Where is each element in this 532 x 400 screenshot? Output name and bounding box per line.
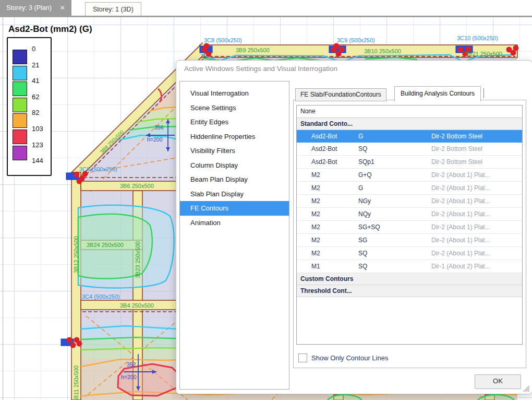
legend-swatch: [13, 81, 27, 96]
section-standard-contours[interactable]: Standard Conto...: [297, 118, 522, 130]
legend-label: 123: [32, 141, 43, 149]
row-name: Asd2-Bot: [297, 143, 358, 155]
settings-category-list: Visual Interrogation Scene Settings Enti…: [179, 81, 289, 390]
row-case: SQ: [358, 247, 431, 260]
row-description: Dir-2 Bottom Steel: [431, 156, 522, 168]
row-case: G: [358, 130, 431, 143]
row-name: M2: [297, 169, 358, 181]
table-row[interactable]: M2 SQ Dir-2 (About 1) Plat...: [297, 247, 522, 260]
tab-storey-3-plan[interactable]: Storey: 3 (Plan) ✕: [0, 0, 71, 16]
show-only-contour-lines-checkbox[interactable]: [298, 354, 307, 362]
legend-label: 144: [32, 157, 43, 164]
row-case: SQ: [358, 260, 431, 273]
ok-button[interactable]: OK: [475, 374, 521, 389]
row-description: Dir-2 (About 1) Plat...: [431, 208, 522, 220]
row-description: Dir-2 (About 1) Plat...: [431, 247, 522, 260]
tab-fe-slab-foundation-contours[interactable]: FE Slab/FoundationContours: [295, 88, 386, 101]
active-windows-settings-dialog: Active Windows Settings and Visual Inter…: [176, 60, 532, 394]
legend-label: 62: [32, 93, 39, 101]
setting-hiddenline-properties[interactable]: Hiddenline Properties: [180, 130, 289, 144]
table-row[interactable]: M2 NGy Dir-2 (About 1) Plat...: [297, 195, 522, 208]
section-threshold-contours[interactable]: Threshold Cont...: [297, 285, 522, 297]
show-only-contour-lines-label: Show Only Contour Lines: [311, 354, 388, 362]
legend-label: 0: [32, 45, 35, 53]
canvas-left-border: [3, 17, 3, 400]
tab-divider: [483, 88, 484, 98]
close-tab-icon[interactable]: ✕: [60, 4, 65, 11]
table-row[interactable]: M1 SQ Dir-1 (About 2) Plat...: [297, 260, 522, 273]
setting-visibility-filters[interactable]: Visibility Filters: [180, 144, 289, 158]
row-description: Dir-2 (About 1) Plat...: [431, 221, 522, 233]
legend-swatch: [13, 50, 27, 64]
contours-table: None Standard Conto... Asd2-Bot G Dir-2 …: [296, 105, 523, 345]
tab-building-analysis-contours[interactable]: Building Analysis Contours: [394, 86, 481, 102]
row-case: G+Q: [358, 169, 431, 181]
row-name: M2: [297, 195, 358, 207]
row-description: Dir-1 (About 2) Plat...: [431, 260, 522, 273]
setting-animation[interactable]: Animation: [180, 216, 289, 230]
contour-legend-title: Asd2-Bot (mm2) (G): [8, 24, 92, 34]
tab-storey-1-label: Storey: 1 (3D): [93, 6, 134, 13]
setting-scene-settings[interactable]: Scene Settings: [180, 101, 289, 115]
legend-label: 82: [32, 109, 39, 116]
row-description: Dir-2 (About 1) Plat...: [431, 234, 522, 246]
row-name: Asd2-Bot: [297, 130, 358, 143]
dialog-title: Active Windows Settings and Visual Inter…: [184, 65, 337, 73]
row-name: M1: [297, 260, 358, 273]
tab-storey-1-3d[interactable]: Storey: 1 (3D): [85, 2, 141, 16]
row-name: M2: [297, 221, 358, 233]
contour-legend: 0 21 41 62 82 103 123 144: [7, 37, 52, 176]
row-name: M2: [297, 182, 358, 194]
row-case: NGy: [358, 195, 431, 207]
setting-fe-contours[interactable]: FE Contours: [180, 201, 289, 216]
setting-column-display[interactable]: Column Display: [180, 158, 289, 173]
table-row[interactable]: Asd2-Bot SQ Dir-2 Bottom Steel: [297, 143, 522, 156]
row-case: G: [358, 182, 431, 194]
legend-swatch: [13, 146, 27, 160]
setting-visual-interrogation[interactable]: Visual Interrogation: [180, 86, 289, 101]
row-name: M2: [297, 247, 358, 260]
row-name: M2: [297, 208, 358, 220]
table-row[interactable]: M2 SG+SQ Dir-2 (About 1) Plat...: [297, 221, 522, 234]
setting-beam-plan-display[interactable]: Beam Plan Display: [180, 172, 289, 187]
legend-swatch: [13, 66, 27, 80]
row-description: Dir-2 Bottom Steel: [431, 143, 522, 155]
table-row[interactable]: M2 NQy Dir-2 (About 1) Plat...: [297, 208, 522, 221]
row-name: Asd2-Bot: [297, 156, 358, 168]
show-only-contour-lines-row: Show Only Contour Lines: [298, 354, 388, 362]
legend-swatch: [13, 130, 27, 144]
legend-swatch: [13, 98, 27, 112]
setting-slab-plan-display[interactable]: Slab Plan Display: [180, 187, 289, 202]
row-case: SG: [358, 234, 431, 246]
row-case: NQy: [358, 208, 431, 220]
table-row[interactable]: Asd2-Bot G Dir-2 Bottom Steel: [297, 130, 522, 143]
legend-swatch: [13, 113, 27, 128]
row-case: SQp1: [358, 156, 431, 168]
tab-storey-3-label: Storey: 3 (Plan): [6, 4, 52, 11]
legend-label: 103: [32, 125, 43, 133]
section-custom-contours[interactable]: Custom Contours: [297, 273, 522, 285]
row-description: Dir-2 (About 1) Plat...: [431, 169, 522, 181]
table-row[interactable]: M2 G Dir-2 (About 1) Plat...: [297, 182, 522, 195]
view-tab-bar: Storey: 3 (Plan) ✕ Storey: 1 (3D): [0, 0, 532, 17]
row-description: Dir-2 (About 1) Plat...: [431, 195, 522, 207]
legend-label: 21: [32, 61, 39, 69]
contour-option-none[interactable]: None: [297, 105, 522, 118]
table-row[interactable]: M2 G+Q Dir-2 (About 1) Plat...: [297, 169, 522, 182]
legend-label: 41: [32, 77, 39, 85]
table-row[interactable]: Asd2-Bot SQp1 Dir-2 Bottom Steel: [297, 156, 522, 169]
setting-entity-edges[interactable]: Entity Edges: [180, 115, 289, 130]
row-name: M2: [297, 234, 358, 246]
row-case: SQ: [358, 143, 431, 155]
resize-grip[interactable]: [522, 384, 529, 392]
row-description: Dir-2 Bottom Steel: [431, 130, 522, 143]
row-case: SG+SQ: [358, 221, 431, 233]
row-description: Dir-2 (About 1) Plat...: [431, 182, 522, 194]
table-row[interactable]: M2 SG Dir-2 (About 1) Plat...: [297, 234, 522, 247]
